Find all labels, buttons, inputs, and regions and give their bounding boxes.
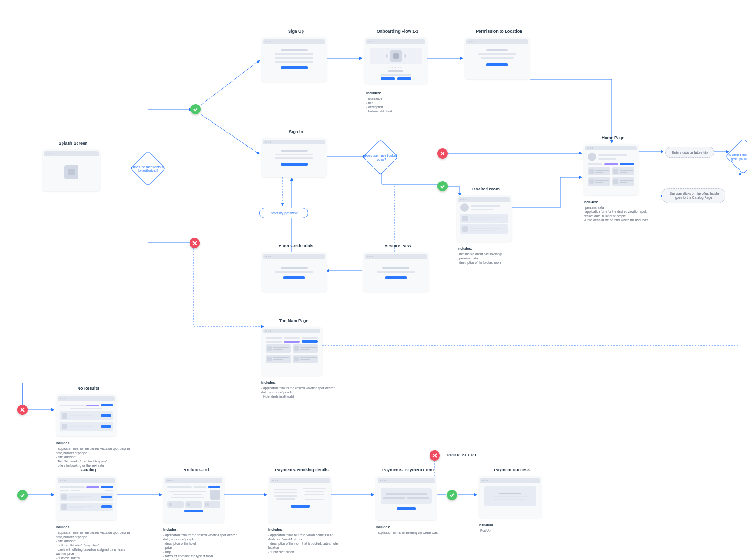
chip-forgot[interactable]: Forgot my password xyxy=(259,208,308,218)
title-entercred: Enter Credentials xyxy=(263,244,329,248)
title-catalog: Catalog xyxy=(58,468,119,472)
badge-err-results xyxy=(17,405,28,415)
screen-product[interactable]: Product Card xyxy=(163,476,224,523)
title-signup: Sign Up xyxy=(263,29,329,34)
title-paydetails: Payments. Booking details xyxy=(270,468,333,472)
decision-results[interactable]: Is there a result for the given paramete… xyxy=(726,139,747,174)
includes-product: Includes: application form for the desir… xyxy=(163,527,238,560)
title-splash: Splash Screen xyxy=(44,141,102,146)
screen-payform[interactable]: Payments. Payment Form xyxy=(376,476,437,520)
screen-main[interactable]: The Main Page xyxy=(261,327,322,376)
screen-home[interactable]: Home Page xyxy=(584,144,639,195)
screen-paysuccess[interactable]: Payment Success xyxy=(479,476,542,518)
title-booked: Booked room xyxy=(458,187,514,191)
title-main: The Main Page xyxy=(263,318,324,323)
includes-paydetails: Includes: application forms for Reservat… xyxy=(268,527,343,554)
includes-booked: Includes: information about past booking… xyxy=(458,246,502,265)
badge-ok-pay xyxy=(447,490,457,500)
flow-canvas[interactable]: Splash Screen Does the user wants to be … xyxy=(0,0,747,560)
screen-noresults[interactable]: No Results xyxy=(56,394,117,436)
badge-ok-auth xyxy=(190,104,201,114)
badge-err-booked xyxy=(437,148,448,159)
screen-catalog[interactable]: Catalog xyxy=(56,476,117,520)
screen-signup[interactable]: Sign Up xyxy=(261,37,327,82)
title-paysuccess: Payment Success xyxy=(480,468,543,472)
screen-signin[interactable]: Sign In xyxy=(261,138,327,177)
includes-payform: Includes: application forms for Entering… xyxy=(376,525,438,535)
title-product: Product Card xyxy=(165,468,226,472)
title-permission: Permission to Location xyxy=(466,29,532,34)
screen-onboarding[interactable]: Onboarding Flow 1-3 • • • • • xyxy=(364,37,427,84)
badge-err-pay xyxy=(430,450,440,461)
title-payform: Payments. Payment Form xyxy=(378,468,438,472)
includes-catalog: Includes: application form for the desir… xyxy=(56,525,131,560)
badge-ok-booked xyxy=(437,181,448,191)
screen-entercred[interactable]: Enter Credentials xyxy=(261,252,327,292)
error-alert-label: ERROR ALERT xyxy=(444,453,477,457)
screen-splash[interactable]: Splash Screen xyxy=(42,149,100,191)
includes-paysuccess: Includes: Pop Up xyxy=(479,523,493,532)
screen-paydetails[interactable]: Payments. Booking details xyxy=(268,476,331,523)
title-home: Home Page xyxy=(585,135,641,140)
title-onboarding: Onboarding Flow 1-3 xyxy=(366,29,429,34)
title-signin: Sign In xyxy=(263,129,329,134)
title-restore: Restore Pass xyxy=(365,244,430,248)
decision-authorize[interactable]: Does the user wants to be authorized? xyxy=(130,151,166,186)
includes-noresults: Includes: application form for the desir… xyxy=(56,441,131,468)
includes-main: Includes: application form for the desir… xyxy=(261,380,336,399)
chip-enters-data: Enters data on future trip xyxy=(665,147,714,158)
screen-permission[interactable]: Permission to Location xyxy=(465,37,530,79)
chip-clicks-offer: If the user clicks on the offer, he/she … xyxy=(662,188,725,203)
badge-ok-results xyxy=(17,490,28,500)
includes-onboarding: Includes: illustration title description… xyxy=(366,91,392,113)
decision-booked[interactable]: Does user have booked rooms? xyxy=(363,140,398,175)
includes-home: Includes: personal data application form… xyxy=(584,200,654,222)
badge-err-auth xyxy=(190,238,200,248)
screen-booked[interactable]: Booked room xyxy=(457,195,512,242)
screen-restore[interactable]: Restore Pass xyxy=(363,252,429,292)
title-noresults: No Results xyxy=(58,386,119,391)
